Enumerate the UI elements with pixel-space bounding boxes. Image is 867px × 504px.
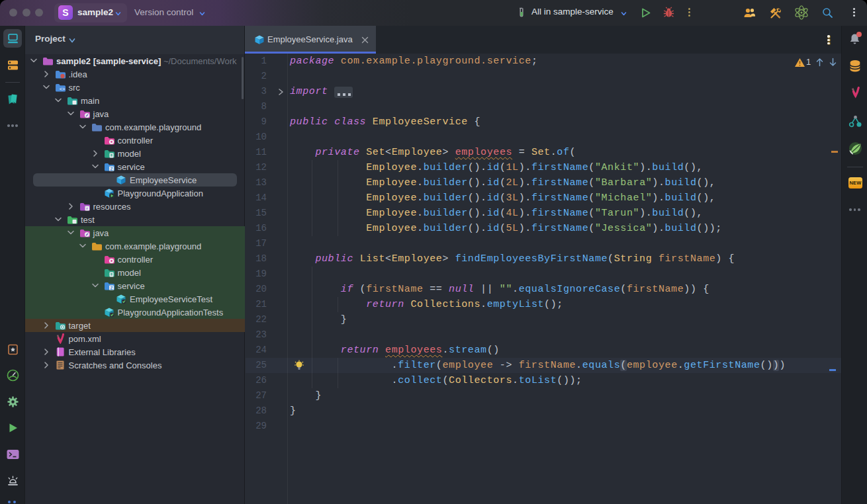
svg-text:Z: Z (110, 167, 113, 171)
svg-text:<>: <> (59, 87, 64, 92)
svg-text:Z: Z (110, 286, 113, 290)
